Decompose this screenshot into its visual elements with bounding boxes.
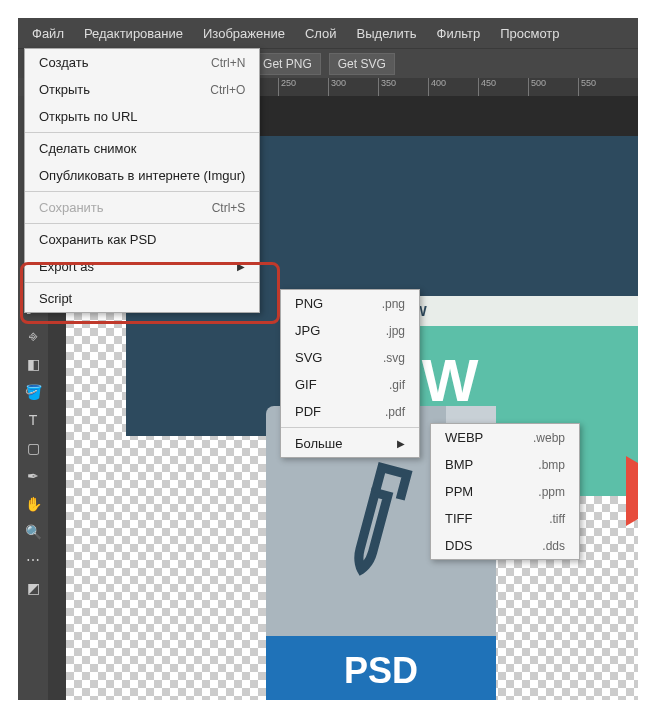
tool-stamp[interactable]: ⎆ [21, 324, 45, 348]
psd-label: PSD [266, 636, 496, 700]
get-svg-button[interactable]: Get SVG [329, 53, 395, 75]
more-item-dds[interactable]: DDS.dds [431, 532, 579, 559]
more-item-bmp[interactable]: BMP.bmp [431, 451, 579, 478]
more-submenu: WEBP.webpBMP.bmpPPM.ppmTIFF.tiffDDS.dds [430, 423, 580, 560]
tool-type[interactable]: T [21, 408, 45, 432]
export-item-svg[interactable]: SVG.svg [281, 344, 419, 371]
export-item-png[interactable]: PNG.png [281, 290, 419, 317]
menu-item-открыть-по-url[interactable]: Открыть по URL [25, 103, 259, 130]
tool-swatch[interactable]: ◩ [21, 576, 45, 600]
ruler-tick: 400 [428, 78, 446, 96]
tool-more[interactable]: ⋯ [21, 548, 45, 572]
tool-zoom[interactable]: 🔍 [21, 520, 45, 544]
export-item-pdf[interactable]: PDF.pdf [281, 398, 419, 425]
menubar: Файл Редактирование Изображение Слой Выд… [18, 18, 638, 48]
get-png-button[interactable]: Get PNG [254, 53, 321, 75]
menu-item-открыть[interactable]: ОткрытьCtrl+O [25, 76, 259, 103]
more-item-webp[interactable]: WEBP.webp [431, 424, 579, 451]
menu-item-сохранить-как-psd[interactable]: Сохранить как PSD [25, 226, 259, 253]
tool-hand[interactable]: ✋ [21, 492, 45, 516]
menu-filter[interactable]: Фильтр [427, 20, 491, 47]
ruler-tick: 500 [528, 78, 546, 96]
menu-item-сделать-снимок[interactable]: Сделать снимок [25, 135, 259, 162]
tool-pen[interactable]: ✒ [21, 464, 45, 488]
ruler-tick: 300 [328, 78, 346, 96]
ruler-tick: 550 [578, 78, 596, 96]
tool-fill[interactable]: 🪣 [21, 380, 45, 404]
menu-view[interactable]: Просмотр [490, 20, 569, 47]
menu-item-сохранить: СохранитьCtrl+S [25, 194, 259, 221]
export-item-больше[interactable]: Больше▶ [281, 430, 419, 457]
menu-image[interactable]: Изображение [193, 20, 295, 47]
export-item-gif[interactable]: GIF.gif [281, 371, 419, 398]
ruler-tick: 350 [378, 78, 396, 96]
menu-item-опубликовать-в-интернете-imgur-[interactable]: Опубликовать в интернете (Imgur) [25, 162, 259, 189]
more-item-tiff[interactable]: TIFF.tiff [431, 505, 579, 532]
export-submenu: PNG.pngJPG.jpgSVG.svgGIF.gifPDF.pdfБольш… [280, 289, 420, 458]
menu-item-script[interactable]: Script [25, 285, 259, 312]
export-item-jpg[interactable]: JPG.jpg [281, 317, 419, 344]
artwork-cursor-arrow [626, 456, 638, 526]
menu-item-export-as[interactable]: Export as▶ [25, 253, 259, 280]
menu-item-создать[interactable]: СоздатьCtrl+N [25, 49, 259, 76]
menu-layer[interactable]: Слой [295, 20, 347, 47]
ruler-tick: 250 [278, 78, 296, 96]
file-dropdown: СоздатьCtrl+NОткрытьCtrl+OОткрыть по URL… [24, 48, 260, 313]
tool-shape[interactable]: ▢ [21, 436, 45, 460]
tool-eraser[interactable]: ◧ [21, 352, 45, 376]
menu-select[interactable]: Выделить [347, 20, 427, 47]
ruler-tick: 450 [478, 78, 496, 96]
menu-file[interactable]: Файл [22, 20, 74, 47]
more-item-ppm[interactable]: PPM.ppm [431, 478, 579, 505]
menu-edit[interactable]: Редактирование [74, 20, 193, 47]
